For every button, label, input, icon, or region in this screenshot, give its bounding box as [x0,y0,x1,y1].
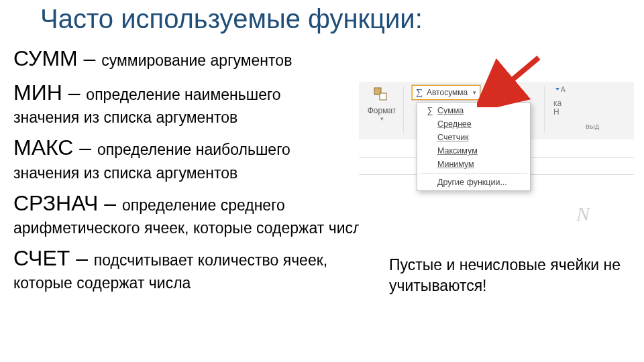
note-text: Пустые и нечисловые ячейки не учитываютс… [389,255,624,296]
func-desc-max: определение наибольшего [97,141,290,158]
func-name-min: МИН [13,80,62,105]
ribbon-partial-line2: Н [553,108,567,117]
menu-label-min: Минимум [437,160,474,169]
func-desc-sum: суммирование аргументов [101,52,292,69]
menu-label-sum: Сумма [437,106,464,115]
dash: – [78,46,102,70]
faded-cell-text: N [576,202,590,225]
menu-separator [420,173,527,174]
func-name-avg: СРЗНАЧ [13,191,98,215]
func-desc-min: определение наименьшего [86,86,280,103]
ribbon-partial-line3: выд [586,122,599,130]
menu-item-other-functions[interactable]: Другие функции... [417,176,530,189]
dash: – [73,135,97,160]
caret-down-icon: ▾ [363,115,400,122]
dash: – [98,191,122,215]
dash: – [70,246,94,270]
func-cont-min: значения из списка аргументов [13,107,376,128]
format-cells-icon [372,86,391,105]
menu-label-count: Счетчик [437,133,469,142]
menu-label-other: Другие функции... [437,178,507,187]
body-column: СУММ – суммирование аргументов МИН – опр… [13,42,376,299]
format-button[interactable]: Формат ▾ [363,84,400,122]
autosum-dropdown: ∑ Сумма Среднее Счетчик Максимум Минимум [417,102,531,191]
menu-label-avg: Среднее [437,119,472,129]
menu-item-sum[interactable]: ∑ Сумма [417,104,530,117]
dash: – [62,80,87,105]
func-cont-max: значения из списка аргументов [13,163,376,184]
func-name-sum: СУММ [13,46,78,70]
ribbon-separator [403,86,404,133]
ribbon-separator [544,86,545,133]
slide-title: Часто используемые функции: [40,4,423,34]
func-cont-count: которые содержат числа [13,273,376,294]
autosum-label: Автосумма [427,88,468,97]
svg-rect-1 [380,93,386,100]
sigma-icon: ∑ [423,106,437,115]
func-cont-avg: арифметического ячеек, которые содержат … [13,218,376,239]
excel-snippet: Формат ▾ ∑ Автосумма ▾ A ка Н выд [359,82,634,243]
svg-text:A: A [561,86,566,93]
autosum-split-button[interactable]: ∑ Автосумма ▾ [411,84,481,101]
sort-filter-icon: A [553,84,567,98]
menu-item-min[interactable]: Минимум [417,158,530,171]
caret-down-icon[interactable]: ▾ [473,89,476,96]
func-desc-avg: определение среднего [122,196,285,214]
menu-label-max: Максимум [437,146,478,156]
ribbon-right-partial: A ка Н [553,84,567,117]
func-desc-count: подсчитывает количество ячеек, [94,251,327,269]
func-name-max: МАКС [13,135,73,160]
func-name-count: СЧЕТ [13,246,70,270]
menu-item-count[interactable]: Счетчик [417,131,530,144]
format-label: Формат [363,106,400,115]
menu-item-avg[interactable]: Среднее [417,117,530,131]
menu-item-max[interactable]: Максимум [417,144,530,158]
sigma-icon: ∑ [416,87,423,98]
